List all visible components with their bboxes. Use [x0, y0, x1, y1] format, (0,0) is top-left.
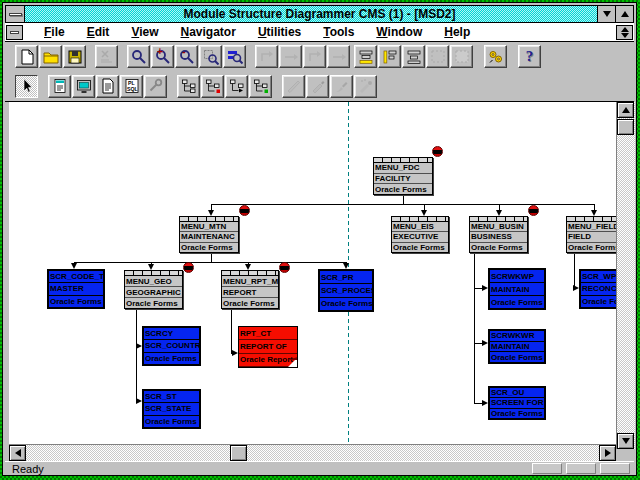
module-language: Oracle Forms [374, 184, 432, 194]
menu-edit[interactable]: Edit [76, 25, 121, 39]
horizontal-scroll-thumb[interactable] [230, 445, 247, 461]
layout-compact-button[interactable] [402, 45, 425, 68]
module-language: Oracle Forms [222, 298, 278, 308]
scroll-up-icon [622, 107, 630, 113]
scroll-right-button[interactable] [599, 445, 616, 461]
module-name: SCRWKWP [490, 270, 544, 283]
module-box-MENU_GEO[interactable]: MENU_GEOGEOGRAPHICOracle Forms [124, 270, 183, 309]
system-menu-button[interactable] [6, 6, 25, 22]
zoom-out-button[interactable]: - [175, 45, 198, 68]
scroll-left-button[interactable] [9, 445, 26, 461]
module-box-RPT_CT[interactable]: RPT_CTREPORT OFOracle Reports [238, 326, 298, 368]
module-box-SCR_OU[interactable]: SCR_OUSCREEN FOROracle Forms [488, 386, 546, 420]
menu-help[interactable]: Help [433, 25, 481, 39]
tree-icon [181, 78, 197, 94]
treered-icon [205, 78, 221, 94]
new-diagram-button[interactable] [15, 45, 38, 68]
delete-button [95, 45, 118, 68]
scroll-down-button[interactable] [617, 433, 634, 449]
status-marker [183, 262, 194, 273]
utility-module-button[interactable] [144, 75, 167, 98]
layout-horizontal-button[interactable] [354, 45, 377, 68]
module-box-MENU_MTN[interactable]: MENU_MTNMAINTENANCOracle Forms [179, 216, 239, 253]
toolbar-module [5, 71, 634, 102]
zoom-in-button[interactable]: + [151, 45, 174, 68]
pagetext-icon [100, 78, 116, 94]
screen-module-button[interactable] [72, 75, 95, 98]
magdiag-icon [227, 49, 243, 65]
save-diagram-button[interactable] [63, 45, 86, 68]
document-control-menu-icon [10, 31, 19, 34]
requery-button[interactable] [484, 45, 507, 68]
maximize-button[interactable] [615, 6, 633, 22]
module-box-MENU_EIS[interactable]: MENU_EISEXECUTIVEOracle Forms [391, 216, 449, 253]
module-box-SCRCY[interactable]: SCRCYSCR_COUNTROracle Forms [142, 326, 201, 366]
document-control-menu-button[interactable] [6, 25, 23, 40]
scroll-up-button[interactable] [617, 102, 634, 118]
restore-up-icon [621, 27, 629, 32]
help-button[interactable]: ? [518, 45, 541, 68]
module-box-SCR_PR[interactable]: SCR_PRSCR_PROCESOracle Forms [318, 269, 374, 312]
elbow2-icon [283, 49, 299, 65]
module-purpose: REPORT OF [239, 340, 297, 353]
menu-navigator[interactable]: Navigator [170, 25, 247, 39]
module-purpose: REPORT [222, 287, 278, 298]
diagram-canvas[interactable]: MENU_FDCFACILITYOracle FormsMENU_MTNMAIN… [9, 102, 617, 444]
module-purpose: FIELD [567, 232, 617, 242]
scroll-right-icon [605, 449, 611, 457]
expand-node-button[interactable] [177, 75, 200, 98]
menu-file[interactable]: File [33, 25, 76, 39]
module-purpose: SCR_COUNTR [144, 340, 199, 352]
status-cells [532, 463, 630, 474]
expand-marked-button[interactable] [201, 75, 224, 98]
zoom-normal-button[interactable] [127, 45, 150, 68]
plsql-module-button[interactable] [120, 75, 143, 98]
status-cell-3 [600, 463, 630, 474]
menu-window[interactable]: Window [365, 25, 433, 39]
module-box-SCR_CODE_T[interactable]: SCR_CODE_TMASTEROracle Forms [47, 269, 105, 309]
module-name: MENU_RPT_M [222, 276, 278, 287]
module-name: SCRCY [144, 328, 199, 340]
maximize-icon [621, 11, 629, 17]
floppy-icon [67, 49, 83, 65]
module-language: Oracle Forms [490, 296, 544, 308]
module-box-MENU_RPT_M[interactable]: MENU_RPT_MREPORTOracle Forms [221, 270, 279, 309]
menu-utilities[interactable]: Utilities [247, 25, 312, 39]
module-box-SCRWKWP[interactable]: SCRWKWPMAINTAINOracle Forms [488, 268, 546, 310]
module-box-SCR_WP[interactable]: SCR_WPRECONCOracle Fo [579, 269, 617, 309]
compact-icon [406, 49, 422, 65]
vertical-scroll-thumb[interactable] [617, 119, 634, 135]
module-box-MENU_BUSIN[interactable]: MENU_BUSINBUSINESSOracle Forms [469, 216, 528, 253]
horizontal-scrollbar[interactable] [9, 444, 616, 461]
open-diagram-button[interactable] [39, 45, 62, 68]
module-box-SCRWKWR[interactable]: SCRWKWRMAINTAINOracle Forms [488, 329, 546, 364]
module-name: MENU_GEO [125, 276, 182, 287]
desktop: { "window": { "title": "Module Structure… [0, 0, 640, 480]
collapse-marked-button[interactable] [249, 75, 272, 98]
module-box-MENU_FDC[interactable]: MENU_FDCFACILITYOracle Forms [373, 157, 433, 195]
title-bar[interactable]: Module Structure Diagrammer CMS (1) - [M… [5, 5, 634, 23]
layout-vertical-button[interactable] [378, 45, 401, 68]
module-box-MENU_FIELD[interactable]: MENU_FIELDFIELDOracle Forms [566, 216, 617, 253]
doclist-icon [52, 78, 68, 94]
connector-segment [211, 204, 595, 205]
rulerv-icon [382, 49, 398, 65]
select-pointer-button[interactable] [15, 75, 38, 98]
minimize-button[interactable] [597, 6, 615, 22]
xtool-icon [99, 49, 115, 65]
module-name: MENU_MTN [180, 222, 238, 232]
status-marker [239, 205, 250, 216]
restore-document-button[interactable] [616, 25, 633, 40]
module-language: Oracle Forms [490, 352, 544, 362]
menu-view[interactable]: View [120, 25, 169, 39]
zoom-selection-button[interactable] [199, 45, 222, 68]
module-document-button[interactable] [48, 75, 71, 98]
collapse-node-button[interactable] [225, 75, 248, 98]
module-box-SCR_ST[interactable]: SCR_STSCR_STATEOracle Forms [142, 389, 201, 429]
report-module-button[interactable] [96, 75, 119, 98]
vertical-scrollbar[interactable] [616, 102, 635, 449]
menu-tools[interactable]: Tools [312, 25, 365, 39]
zoom-diagram-button[interactable] [223, 45, 246, 68]
module-language: Oracle Fo [581, 296, 617, 307]
gears-icon [488, 49, 504, 65]
